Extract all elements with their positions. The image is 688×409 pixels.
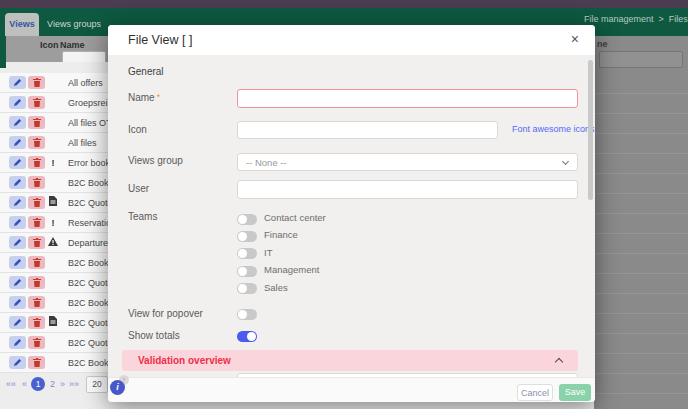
empty-icon-cell: [47, 276, 59, 290]
dialog-title: File View [ ]: [128, 33, 192, 47]
empty-icon-cell: [47, 116, 59, 130]
team-label: IT: [264, 247, 272, 258]
edit-button[interactable]: [9, 96, 26, 109]
team-label: Sales: [264, 282, 288, 293]
delete-button[interactable]: [28, 296, 45, 309]
delete-button[interactable]: [28, 96, 45, 109]
edit-button[interactable]: [9, 216, 26, 229]
file-icon: [47, 316, 59, 330]
edit-button[interactable]: [9, 336, 26, 349]
page-size-select[interactable]: 20: [86, 376, 108, 393]
delete-button[interactable]: [28, 236, 45, 249]
view-for-popover-toggle[interactable]: [237, 309, 257, 320]
close-icon[interactable]: ×: [571, 31, 579, 47]
column-header-name: Name: [60, 40, 85, 50]
delete-button[interactable]: [28, 156, 45, 169]
pagination-next-button[interactable]: »: [60, 379, 65, 389]
pagination-first-button[interactable]: ««: [6, 379, 16, 389]
user-field[interactable]: [237, 180, 578, 199]
info-icon[interactable]: i: [110, 380, 125, 395]
delete-button[interactable]: [28, 256, 45, 269]
edit-button[interactable]: [9, 116, 26, 129]
delete-button[interactable]: [28, 316, 45, 329]
empty-icon-cell: [47, 356, 59, 370]
edit-button[interactable]: [9, 316, 26, 329]
dimmed-table-right: ne: [594, 36, 688, 409]
row-separator: [594, 373, 688, 374]
delete-button[interactable]: [28, 76, 45, 89]
row-name: All offers: [68, 78, 103, 88]
row-separator: [594, 93, 688, 94]
team-toggle-sales[interactable]: [237, 283, 257, 294]
row-separator: [594, 253, 688, 254]
team-toggle-it[interactable]: [237, 248, 257, 259]
delete-button[interactable]: [28, 276, 45, 289]
warning-icon: [47, 236, 59, 250]
show-totals-label: Show totals: [128, 330, 180, 341]
row-name: All files: [68, 138, 97, 148]
row-separator: [594, 193, 688, 194]
team-toggle-management[interactable]: [237, 266, 257, 277]
views-group-label: Views group: [128, 155, 183, 166]
row-separator: [594, 213, 688, 214]
top-window-bar: [0, 0, 688, 8]
edit-button[interactable]: [9, 296, 26, 309]
row-separator: [594, 273, 688, 274]
empty-icon-cell: [47, 76, 59, 90]
team-label: Contact center: [264, 212, 326, 223]
edit-button[interactable]: [9, 136, 26, 149]
edit-button[interactable]: [9, 236, 26, 249]
edit-button[interactable]: [9, 196, 26, 209]
edit-button[interactable]: [9, 76, 26, 89]
row-separator: [594, 353, 688, 354]
show-totals-toggle[interactable]: [237, 331, 257, 342]
delete-button[interactable]: [28, 116, 45, 129]
delete-button[interactable]: [28, 136, 45, 149]
name-field[interactable]: [237, 89, 578, 108]
column-header-fragment: ne: [597, 39, 608, 49]
pagination-prev-button[interactable]: «: [22, 379, 27, 389]
edit-button[interactable]: [9, 356, 26, 369]
pagination-page-2[interactable]: 2: [50, 379, 55, 389]
column-header-icon: Icon: [40, 40, 59, 50]
edit-button[interactable]: [9, 256, 26, 269]
empty-icon-cell: [47, 336, 59, 350]
breadcrumb-section[interactable]: File management: [584, 14, 654, 24]
chevron-down-icon: [562, 158, 569, 165]
right-filter-input[interactable]: [599, 51, 683, 68]
icon-field[interactable]: [237, 121, 498, 139]
exclamation-icon: !: [47, 156, 59, 170]
icon-label: Icon: [128, 124, 147, 135]
empty-icon-cell: [47, 96, 59, 110]
delete-button[interactable]: [28, 196, 45, 209]
team-label: Finance: [264, 229, 298, 240]
validation-overview-label: Validation overview: [138, 355, 231, 366]
row-separator: [594, 133, 688, 134]
save-button[interactable]: Save: [559, 384, 591, 401]
empty-icon-cell: [47, 256, 59, 270]
tab-views-groups[interactable]: Views groups: [39, 13, 109, 36]
edit-button[interactable]: [9, 176, 26, 189]
pagination-page-1-current[interactable]: 1: [31, 377, 45, 391]
views-group-select[interactable]: -- None --: [237, 153, 578, 171]
pagination-last-button[interactable]: »»: [69, 379, 79, 389]
teams-label: Teams: [128, 211, 157, 222]
tab-views[interactable]: Views: [5, 13, 39, 36]
chevron-up-icon: [555, 358, 563, 366]
cancel-button[interactable]: Cancel: [517, 384, 553, 401]
validation-overview-header[interactable]: Validation overview: [122, 350, 578, 371]
team-toggle-contact-center[interactable]: [237, 214, 257, 225]
edit-button[interactable]: [9, 276, 26, 289]
row-separator: [594, 313, 688, 314]
team-toggle-finance[interactable]: [237, 231, 257, 242]
breadcrumb-page[interactable]: Files: [669, 14, 688, 24]
font-awesome-icons-link[interactable]: Font awesome icons: [512, 124, 595, 134]
row-separator: [594, 293, 688, 294]
edit-button[interactable]: [9, 156, 26, 169]
delete-button[interactable]: [28, 176, 45, 189]
delete-button[interactable]: [28, 336, 45, 349]
modal-scrollbar[interactable]: [588, 60, 593, 200]
empty-icon-cell: [47, 176, 59, 190]
delete-button[interactable]: [28, 356, 45, 369]
delete-button[interactable]: [28, 216, 45, 229]
